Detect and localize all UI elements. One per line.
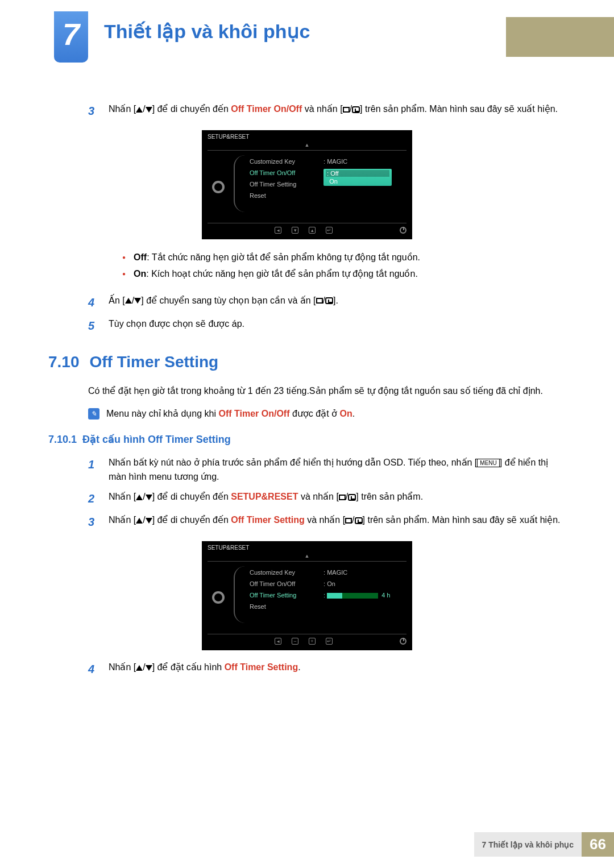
osd-screenshot-2: SETUP&RESET ▲ Customized Key Off Timer O… [202,541,412,650]
t: . [298,662,300,672]
step-4: 4 Ấn [/] để chuyển sang tùy chọn bạn cần… [88,294,566,312]
nav-left-icon: ◂ [275,227,281,234]
nav-down-icon: ▾ [292,227,298,234]
t: : Tắt chức năng hẹn giờ tắt để sản phẩm … [147,252,420,262]
chapter-number-badge: 7 [54,11,88,63]
step-number: 1 [88,456,99,484]
osd-value: : On [323,580,406,588]
bold: Off Timer Setting [231,515,305,525]
osd-footer: ◂ − + ↵ [208,634,406,645]
menu-key-icon: MENU [477,459,499,467]
osd-value: : MAGIC [323,157,406,165]
osd-value: : MAGIC [323,568,406,576]
osd-label-highlight: Off Timer Setting [250,591,312,599]
footer-label: 7 Thiết lập và khôi phục [474,832,582,857]
dropdown-option-selected: : Off [326,170,389,177]
osd-screenshot-1: SETUP&RESET ▲ Customized Key Off Timer O… [202,130,412,239]
osd-label-highlight: Off Timer On/Off [250,169,312,177]
osd-label: Reset [250,192,312,200]
up-icon [136,518,143,524]
down-icon [146,107,152,113]
footer-page-number: 66 [582,832,614,857]
bullet-on: ● On: Kích hoạt chức năng hẹn giờ tắt để… [122,266,566,283]
rect-icon [316,298,323,304]
step-text: Tùy chọn được chọn sẽ được áp. [109,317,566,335]
osd-title: SETUP&RESET [208,545,406,551]
osd-label: Off Timer Setting [250,180,312,188]
bold: Off [134,252,147,262]
t: : Kích hoạt chức năng hẹn giờ tắt để sản… [146,269,418,279]
t: ] để di chuyển đến [152,104,231,114]
gear-icon [212,591,225,604]
nav-plus-icon: + [309,638,316,645]
up-icon [136,107,143,113]
t: ] trên sản phẩm. Màn hình sau đây sẽ xuấ… [363,515,561,525]
subsection-heading: 7.10.1 Đặt cấu hình Off Timer Setting [48,433,566,446]
power-icon [400,227,406,234]
enter-icon [348,494,356,501]
t: Nhấn [ [109,104,136,114]
bold: Off Timer On/Off [218,409,289,418]
step-number: 5 [88,317,99,335]
step-text: Nhấn [/] để di chuyển đến Off Timer On/O… [109,102,566,120]
osd-label: Customized Key [250,157,312,165]
osd-label: Off Timer On/Off [250,580,312,588]
subsection-number: 7.10.1 [48,434,77,445]
bold: Off Timer Setting [225,662,298,672]
rect-icon [345,518,352,524]
bullet-dot-icon: ● [122,250,126,266]
osd-label: Customized Key [250,568,312,576]
arc-decoration [234,566,245,623]
header-accent-strip [506,17,614,57]
t: ] để di chuyển đến [152,492,231,501]
subsection-title: Đặt cấu hình Off Timer Setting [82,434,231,445]
chapter-header: 7 Thiết lập và khôi phục [54,11,310,63]
caret-up-icon: ▲ [208,553,406,559]
t: ] để chuyển sang tùy chọn bạn cần và ấn … [141,296,316,305]
section-number: 7.10 [48,353,80,371]
t: ] trên sản phẩm. [356,492,423,501]
gear-icon [212,181,225,193]
down-icon [146,495,152,500]
step-b2: 2 Nhấn [/] để di chuyển đến SETUP&RESET … [88,490,566,508]
step-text: Nhấn bất kỳ nút nào ở phía trước sản phẩ… [109,456,566,484]
enter-icon [355,517,363,524]
step-b3: 3 Nhấn [/] để di chuyển đến Off Timer Se… [88,513,566,531]
t: . [352,409,355,418]
t: Nhấn [ [109,492,136,501]
osd-label: Reset [250,603,312,610]
t: Ấn [ [109,296,125,305]
power-icon [400,638,406,645]
nav-enter-icon: ↵ [326,227,333,234]
v: 4 h [381,592,390,599]
step-b1: 1 Nhấn bất kỳ nút nào ở phía trước sản p… [88,456,566,484]
bold: On [134,269,146,279]
up-icon [136,495,143,500]
bullet-dot-icon: ● [122,266,126,283]
v: MAGIC [327,569,347,576]
up-icon [125,298,132,304]
note-text: Menu này chỉ khả dụng khi Off Timer On/O… [106,408,355,419]
t: ] trên sản phẩm. Màn hình sau đây sẽ xuấ… [360,104,558,114]
down-icon [146,665,152,671]
t: Nhấn [ [109,662,136,672]
step-text: Nhấn [/] để đặt cấu hình Off Timer Setti… [109,661,566,678]
enter-icon [325,297,333,304]
dropdown-option: On [326,178,389,185]
nav-up-icon: ▴ [309,227,316,234]
t: và nhấn [ [298,492,338,501]
step-b4: 4 Nhấn [/] để đặt cấu hình Off Timer Set… [88,661,566,678]
v: On [329,178,338,185]
osd-title: SETUP&RESET [208,134,406,140]
page-footer: 7 Thiết lập và khôi phục 66 [474,832,615,857]
t: và nhấn [ [305,515,345,525]
note: ✎ Menu này chỉ khả dụng khi Off Timer On… [88,408,566,420]
bold: SETUP&RESET [231,492,298,501]
t: Menu này chỉ khả dụng khi [106,409,218,418]
bullet-list: ● Off: Tắt chức năng hẹn giờ tắt để sản … [122,250,566,283]
step-text: Ấn [/] để chuyển sang tùy chọn bạn cần v… [109,294,566,312]
t: ] để di chuyển đến [152,515,231,525]
bullet-off: ● Off: Tắt chức năng hẹn giờ tắt để sản … [122,250,566,266]
osd-value-slider: : 4 h [323,591,406,599]
nav-minus-icon: − [292,638,298,645]
